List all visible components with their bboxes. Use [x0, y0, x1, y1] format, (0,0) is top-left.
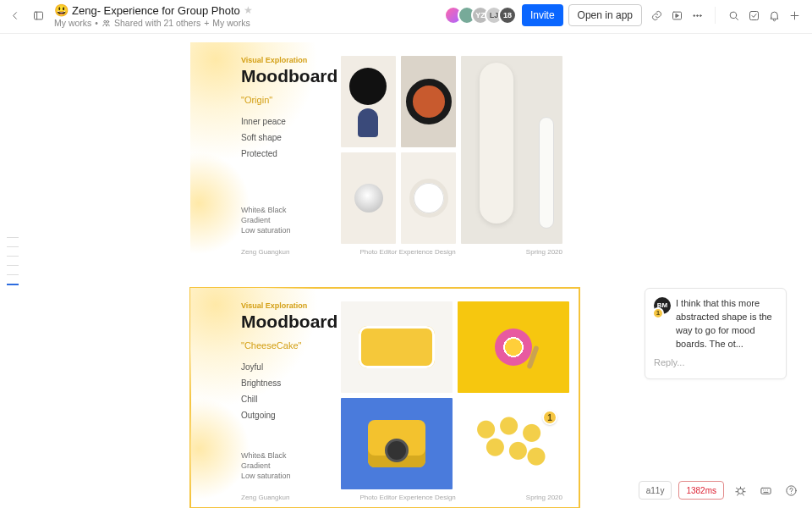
mood-image — [341, 301, 453, 393]
mood-image — [341, 56, 396, 147]
mood-image — [458, 301, 569, 393]
tasks-icon[interactable] — [744, 6, 763, 25]
more-icon[interactable] — [688, 6, 706, 25]
page-outline[interactable] — [7, 229, 22, 294]
open-in-app-button[interactable]: Open in app — [568, 4, 642, 26]
svg-point-2 — [107, 20, 109, 23]
canvas[interactable]: Visual Exploration Moodboard "Origin" In… — [0, 34, 812, 508]
svg-point-5 — [696, 14, 698, 16]
present-icon[interactable] — [667, 6, 686, 25]
notes: White& BlackGradientLow saturation — [241, 450, 291, 481]
mood-image: 1 — [458, 398, 569, 489]
breadcrumb: My works • Shared with 21 others + My wo… — [54, 18, 253, 28]
timing-chip[interactable]: 1382ms — [678, 481, 724, 500]
mood-image — [401, 152, 456, 244]
svg-rect-0 — [34, 12, 42, 19]
keyboard-icon[interactable] — [756, 481, 775, 500]
comment-avatar: BM 1 — [654, 297, 671, 314]
search-icon[interactable] — [724, 6, 743, 25]
notes: White& BlackGradientLow saturation — [241, 205, 291, 235]
back-button[interactable] — [5, 7, 24, 25]
topbar-left: 😃 Zeng- Experience for Group Photo ★ My … — [5, 3, 253, 28]
page-emoji: 😃 — [54, 3, 69, 17]
bell-icon[interactable] — [765, 6, 783, 25]
help-icon[interactable] — [782, 481, 800, 500]
comment-count-badge[interactable]: 1 — [542, 410, 557, 425]
mood-image — [341, 152, 396, 244]
sidebar-toggle-button[interactable] — [29, 7, 47, 25]
svg-point-4 — [693, 14, 694, 16]
svg-point-1 — [104, 20, 107, 23]
dev-footer: a11y 1382ms — [639, 481, 800, 500]
comment-badge: 1 — [652, 307, 664, 319]
breadcrumb-extra[interactable]: My works — [212, 18, 250, 28]
star-icon[interactable]: ★ — [244, 4, 253, 16]
image-grid: 1 — [341, 301, 569, 488]
svg-rect-8 — [749, 11, 758, 19]
comment-reply-input[interactable]: Reply... — [654, 356, 777, 370]
mood-image — [401, 56, 456, 147]
divider — [715, 7, 716, 24]
bug-icon[interactable] — [731, 481, 749, 500]
avatar-overflow[interactable]: 18 — [498, 6, 517, 25]
image-grid — [341, 56, 569, 242]
svg-point-6 — [700, 14, 701, 16]
presence-avatars[interactable]: YZ LJ 18 — [449, 6, 517, 25]
comment-text: I think that this more abstracted shape … — [676, 297, 777, 351]
page-title[interactable]: Zeng- Experience for Group Photo — [72, 4, 240, 17]
moodboard-cheesecake[interactable]: Visual Exploration Moodboard "CheeseCake… — [190, 288, 579, 508]
link-icon[interactable] — [647, 6, 666, 25]
svg-rect-10 — [760, 488, 770, 494]
credits: Zeng GuangkunPhoto Editor Experience Des… — [241, 248, 562, 256]
a11y-chip[interactable]: a11y — [639, 481, 672, 500]
svg-point-9 — [738, 489, 743, 494]
invite-button[interactable]: Invite — [522, 4, 563, 26]
mood-image — [341, 398, 453, 489]
topbar-right: YZ LJ 18 Invite Open in app — [449, 3, 804, 27]
shared-with[interactable]: Shared with 21 others — [114, 18, 200, 28]
topbar: 😃 Zeng- Experience for Group Photo ★ My … — [0, 0, 812, 34]
breadcrumb-root[interactable]: My works — [54, 18, 91, 28]
comment-card[interactable]: BM 1 I think that this more abstracted s… — [645, 288, 787, 379]
credits: Zeng GuangkunPhoto Editor Experience Des… — [241, 494, 562, 501]
mood-image — [461, 56, 562, 244]
svg-point-7 — [730, 12, 737, 19]
plus-icon[interactable] — [785, 6, 804, 25]
moodboard-origin[interactable]: Visual Exploration Moodboard "Origin" In… — [190, 42, 579, 262]
title-area: 😃 Zeng- Experience for Group Photo ★ My … — [54, 3, 253, 28]
